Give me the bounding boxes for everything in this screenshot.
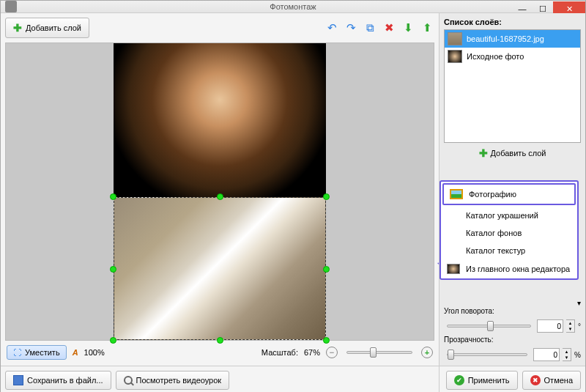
layer-name: Исходное фото bbox=[467, 52, 524, 61]
canvas[interactable] bbox=[114, 43, 326, 340]
fit-button[interactable]: ⛶ Уместить bbox=[7, 345, 67, 360]
canvas-area[interactable] bbox=[5, 42, 434, 341]
selected-layer[interactable] bbox=[114, 197, 326, 340]
text-tool-icon[interactable]: A bbox=[73, 348, 78, 357]
resize-handle-sw[interactable] bbox=[110, 337, 116, 344]
body: ✚ Добавить слой ↶ ↷ ⧉ ✖ ⬇ ⬆ bbox=[1, 13, 585, 366]
redo-icon[interactable]: ↷ bbox=[344, 21, 358, 35]
resize-handle-n[interactable] bbox=[217, 193, 223, 200]
left-pane: ✚ Добавить слой ↶ ↷ ⧉ ✖ ⬇ ⬆ bbox=[1, 13, 439, 366]
layer-thumbnail bbox=[448, 32, 462, 45]
sidebar: Список слоёв: beautiful-1687952.jpg Исхо… bbox=[439, 13, 585, 366]
save-icon bbox=[13, 375, 23, 385]
resize-handle-w[interactable] bbox=[110, 266, 116, 273]
copy-icon[interactable]: ⧉ bbox=[363, 21, 377, 35]
fit-label: Уместить bbox=[25, 348, 60, 357]
opacity-row: Прозрачность: ▲▼ % bbox=[444, 333, 581, 361]
menu-label: Фотографию bbox=[469, 190, 516, 199]
background-image bbox=[114, 43, 326, 204]
save-label: Сохранить в файл... bbox=[27, 376, 103, 385]
apply-label: Применить bbox=[468, 376, 510, 385]
layer-row[interactable]: Исходное фото bbox=[445, 48, 580, 65]
resize-handle-nw[interactable] bbox=[110, 193, 116, 200]
check-icon: ✔ bbox=[454, 375, 464, 385]
layer-row[interactable]: beautiful-1687952.jpg bbox=[445, 30, 580, 48]
watch-video-button[interactable]: Посмотреть видеоурок bbox=[116, 371, 230, 390]
scale-value: 67% bbox=[304, 348, 320, 357]
fit-icon: ⛶ bbox=[13, 348, 21, 357]
titlebar: Фотомонтаж — ☐ ✕ bbox=[1, 1, 585, 13]
add-layer-label: Добавить слой bbox=[26, 23, 81, 32]
menu-label: Каталог текстур bbox=[466, 246, 525, 255]
opacity-spinner[interactable]: ▲▼ bbox=[563, 348, 571, 361]
window-title: Фотомонтаж bbox=[270, 2, 316, 11]
resize-handle-e[interactable] bbox=[323, 266, 330, 273]
zoom-in-button[interactable]: + bbox=[421, 347, 433, 358]
sidebar-add-layer-label: Добавить слой bbox=[491, 149, 546, 158]
resize-handle-se[interactable] bbox=[323, 337, 330, 344]
zoom-bar: ⛶ Уместить A 100% Масштаб: 67% − + bbox=[5, 341, 434, 361]
menu-item-backgrounds[interactable]: Каталог фонов bbox=[441, 224, 577, 242]
menu-label: Каталог украшений bbox=[466, 211, 538, 220]
footer-left: Сохранить в файл... Посмотреть видеоурок bbox=[1, 366, 439, 392]
resize-handle-ne[interactable] bbox=[323, 193, 330, 200]
angle-label: Угол поворота: bbox=[444, 307, 581, 315]
opacity-unit: % bbox=[574, 351, 581, 359]
apply-button[interactable]: ✔ Применить bbox=[446, 371, 518, 390]
zoom-slider[interactable] bbox=[346, 351, 412, 354]
menu-item-photo[interactable]: Фотографию bbox=[442, 183, 576, 205]
zoom-out-button[interactable]: − bbox=[326, 347, 338, 358]
menu-item-textures[interactable]: Каталог текстур bbox=[441, 242, 577, 259]
layers-title: Список слоёв: bbox=[444, 18, 581, 26]
opacity-input[interactable] bbox=[533, 348, 560, 361]
toolbar: ✚ Добавить слой ↶ ↷ ⧉ ✖ ⬇ ⬆ bbox=[5, 18, 434, 38]
photo-icon bbox=[450, 189, 463, 199]
cancel-button[interactable]: ✖ Отмена bbox=[522, 371, 581, 390]
footer: Сохранить в файл... Посмотреть видеоурок… bbox=[1, 366, 585, 392]
app-icon bbox=[5, 1, 17, 12]
cancel-icon: ✖ bbox=[530, 375, 541, 385]
magnify-icon bbox=[124, 376, 133, 385]
plus-icon: ✚ bbox=[13, 22, 22, 34]
menu-item-from-editor[interactable]: Из главного окна редактора bbox=[441, 259, 577, 278]
save-button[interactable]: Сохранить в файл... bbox=[5, 371, 111, 390]
opacity-slider[interactable] bbox=[447, 353, 527, 356]
menu-label: Из главного окна редактора bbox=[466, 265, 570, 273]
angle-spinner[interactable]: ▲▼ bbox=[566, 319, 575, 333]
angle-slider[interactable] bbox=[447, 325, 531, 328]
mode-dropdown[interactable]: ▾ bbox=[444, 299, 581, 307]
add-layer-menu: Фотографию Каталог украшений Каталог фон… bbox=[440, 180, 579, 280]
layer-name: beautiful-1687952.jpg bbox=[467, 34, 544, 43]
undo-icon[interactable]: ↶ bbox=[324, 21, 339, 35]
angle-input[interactable] bbox=[537, 319, 563, 333]
layer-thumbnail bbox=[448, 50, 462, 63]
scale-label: Масштаб: bbox=[262, 348, 298, 357]
app-window: Фотомонтаж — ☐ ✕ ✚ Добавить слой ↶ ↷ ⧉ ✖… bbox=[0, 0, 586, 392]
zoom-text: 100% bbox=[84, 348, 105, 357]
angle-unit: ° bbox=[578, 322, 581, 330]
layer-down-icon[interactable]: ⬇ bbox=[401, 21, 415, 35]
opacity-label: Прозрачность: bbox=[444, 336, 581, 344]
layer-list[interactable]: beautiful-1687952.jpg Исходное фото bbox=[444, 29, 581, 143]
cancel-label: Отмена bbox=[544, 376, 573, 385]
menu-label: Каталог фонов bbox=[466, 229, 522, 237]
plus-icon: ✚ bbox=[479, 147, 488, 159]
delete-icon[interactable]: ✖ bbox=[382, 21, 396, 35]
footer-right: ✔ Применить ✖ Отмена bbox=[439, 366, 585, 392]
angle-row: Угол поворота: ▲▼ ° bbox=[444, 307, 581, 333]
watch-video-label: Посмотреть видеоурок bbox=[136, 376, 222, 385]
sidebar-add-layer[interactable]: ✚ Добавить слой bbox=[444, 143, 581, 163]
menu-item-decorations[interactable]: Каталог украшений bbox=[441, 207, 577, 224]
layer-up-icon[interactable]: ⬆ bbox=[420, 21, 434, 35]
layer-image bbox=[114, 197, 326, 340]
add-layer-button[interactable]: ✚ Добавить слой bbox=[5, 18, 89, 38]
editor-window-icon bbox=[447, 264, 460, 274]
resize-handle-s[interactable] bbox=[217, 337, 223, 344]
